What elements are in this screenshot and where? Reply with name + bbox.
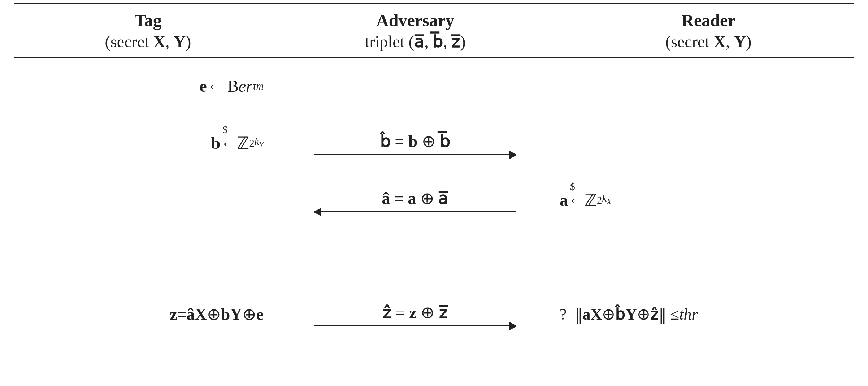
msg-a-backward: â = a ⊕ a̅ xyxy=(314,181,516,220)
arrow-left-icon xyxy=(314,211,516,212)
col-subtitle: triplet (a̅, b̅, z̅) xyxy=(282,31,549,52)
protocol-body: e ← Berτm b ←$ ℤ2kY z = âX ⊕ bY ⊕ e b̂ =… xyxy=(14,66,854,334)
tag-column: e ← Berτm b ←$ ℤ2kY z = âX ⊕ bY ⊕ e xyxy=(14,66,282,334)
reader-check: ? ‖aX ⊕ b̂Y ⊕ ẑ‖ ≤ thr xyxy=(560,295,698,334)
col-header-tag: Tag (secret X, Y) xyxy=(14,7,282,55)
arrow-label: ẑ = z ⊕ z̅ xyxy=(383,302,447,325)
col-subtitle: (secret X, Y) xyxy=(14,31,282,52)
tag-e-sample: e ← Berτm xyxy=(199,66,264,106)
reader-column: a ←$ ℤ2kX ? ‖aX ⊕ b̂Y ⊕ ẑ‖ ≤ thr xyxy=(549,66,868,334)
arrow-right-icon xyxy=(314,325,516,326)
arrow-label: b̂ = b ⊕ b̅ xyxy=(380,131,451,154)
col-header-adversary: Adversary triplet (a̅, b̅, z̅) xyxy=(282,7,549,55)
adversary-column: b̂ = b ⊕ b̅ â = a ⊕ a̅ ẑ = z ⊕ z̅ xyxy=(282,66,549,334)
col-header-reader: Reader (secret X, Y) xyxy=(549,7,868,55)
col-title: Reader xyxy=(549,10,868,31)
col-title: Tag xyxy=(14,10,282,31)
top-rule xyxy=(14,3,854,4)
arrow-label: â = a ⊕ a̅ xyxy=(382,188,449,211)
col-title: Adversary xyxy=(282,10,549,31)
header-row: Tag (secret X, Y) Adversary triplet (a̅,… xyxy=(14,7,854,55)
tag-b-sample: b ←$ ℤ2kY xyxy=(211,123,264,163)
msg-z-forward: ẑ = z ⊕ z̅ xyxy=(314,295,516,334)
reader-a-sample: a ←$ ℤ2kX xyxy=(560,181,612,220)
msg-b-forward: b̂ = b ⊕ b̅ xyxy=(314,123,516,163)
col-subtitle: (secret X, Y) xyxy=(549,31,868,52)
tag-z-def: z = âX ⊕ bY ⊕ e xyxy=(170,295,264,334)
arrow-right-icon xyxy=(314,154,516,155)
mid-rule xyxy=(14,57,854,58)
protocol-figure: Tag (secret X, Y) Adversary triplet (a̅,… xyxy=(0,3,868,386)
